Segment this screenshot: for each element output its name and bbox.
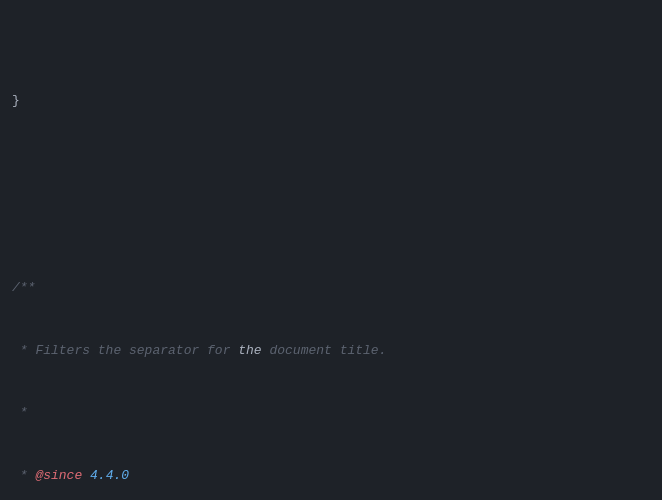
comment: * [12,405,28,420]
code-line: } [12,91,650,112]
code-line: * @since 4.4.0 [12,466,650,487]
blank-line [12,174,650,195]
code-line: * [12,403,650,424]
comment: /** [12,280,35,295]
code-line: * Filters the separator for the document… [12,341,650,362]
comment: * Filters the separator for the document… [12,343,386,358]
code-editor: } /** * Filters the separator for the do… [0,0,662,500]
bracket: } [12,93,20,108]
code-line: /** [12,278,650,299]
comment: * @since 4.4.0 [12,468,129,483]
